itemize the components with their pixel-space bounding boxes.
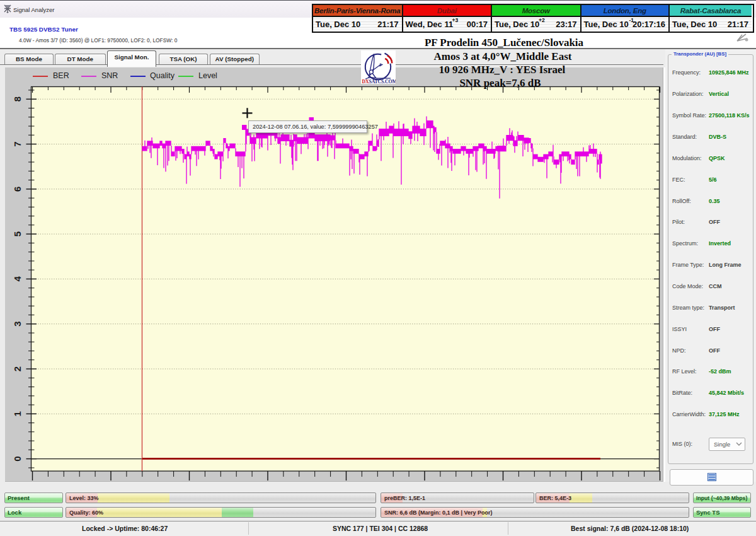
- svg-text:0: 0: [12, 456, 23, 461]
- svg-text:4: 4: [12, 276, 23, 282]
- svg-text:7: 7: [12, 141, 23, 146]
- svg-text:1: 1: [12, 411, 23, 416]
- svg-text:3: 3: [12, 322, 23, 327]
- svg-text:8: 8: [12, 96, 23, 102]
- svg-text:5: 5: [12, 231, 23, 236]
- svg-text:DXSATCS.COM: DXSATCS.COM: [362, 79, 396, 84]
- svg-text:6: 6: [12, 187, 23, 192]
- svg-text:2: 2: [12, 366, 23, 371]
